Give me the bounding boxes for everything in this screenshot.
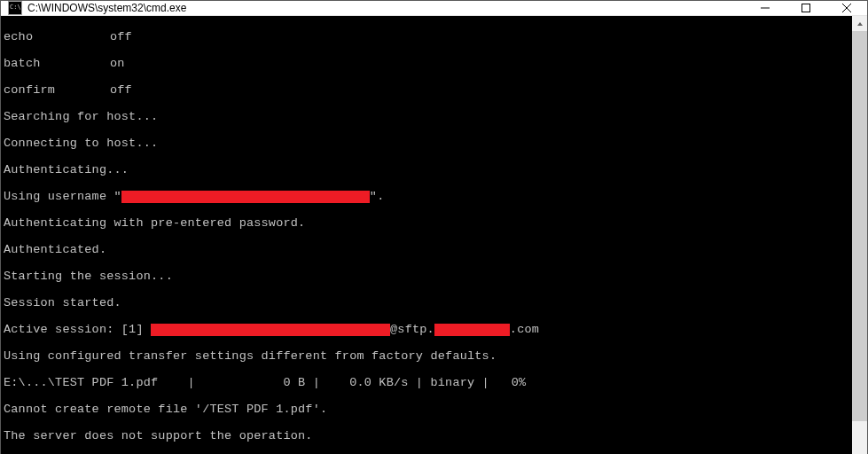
scroll-up-button[interactable] (852, 16, 867, 31)
output-line: Authenticating... (4, 163, 849, 176)
output-line: Cannot create remote file '/TEST PDF 1.p… (4, 403, 849, 416)
output-line: Authenticated. (4, 243, 849, 256)
cmd-icon: C:\ (8, 1, 22, 15)
svg-text:C:\: C:\ (10, 4, 21, 11)
output-line: echooff (4, 30, 849, 43)
output-line: Using username "". (4, 190, 849, 203)
output-line: Authenticating with pre-entered password… (4, 216, 849, 230)
output-line: Searching for host... (4, 110, 849, 123)
window-controls (745, 1, 867, 15)
terminal-area: echooff batchon confirmoff Searching for… (1, 16, 867, 454)
redacted-session-user (151, 324, 390, 336)
redacted-session-host (434, 324, 510, 336)
output-line: confirmoff (4, 83, 849, 97)
window-title: C:\WINDOWS\system32\cmd.exe (27, 2, 745, 14)
titlebar: C:\ C:\WINDOWS\system32\cmd.exe (1, 1, 867, 16)
scroll-track[interactable] (852, 31, 867, 454)
output-line: Starting the session... (4, 270, 849, 283)
output-line: Using configured transfer settings diffe… (4, 349, 849, 363)
terminal-content[interactable]: echooff batchon confirmoff Searching for… (1, 16, 852, 454)
svg-rect-4 (802, 4, 810, 12)
redacted-username (121, 191, 370, 203)
output-line: Active session: [1] @sftp..com (4, 323, 849, 336)
output-line: The server does not support the operatio… (4, 429, 849, 442)
close-button[interactable] (826, 1, 867, 15)
maximize-button[interactable] (786, 1, 826, 15)
cmd-window: C:\ C:\WINDOWS\system32\cmd.exe echooff … (0, 0, 868, 454)
vertical-scrollbar[interactable] (852, 16, 867, 454)
output-line: Session started. (4, 296, 849, 309)
output-line: Connecting to host... (4, 137, 849, 150)
output-line: E:\...\TEST PDF 1.pdf | 0 B | 0.0 KB/s |… (4, 376, 849, 389)
scroll-thumb[interactable] (852, 31, 867, 421)
output-line: batchon (4, 57, 849, 70)
svg-marker-7 (857, 22, 863, 26)
minimize-button[interactable] (745, 1, 786, 15)
